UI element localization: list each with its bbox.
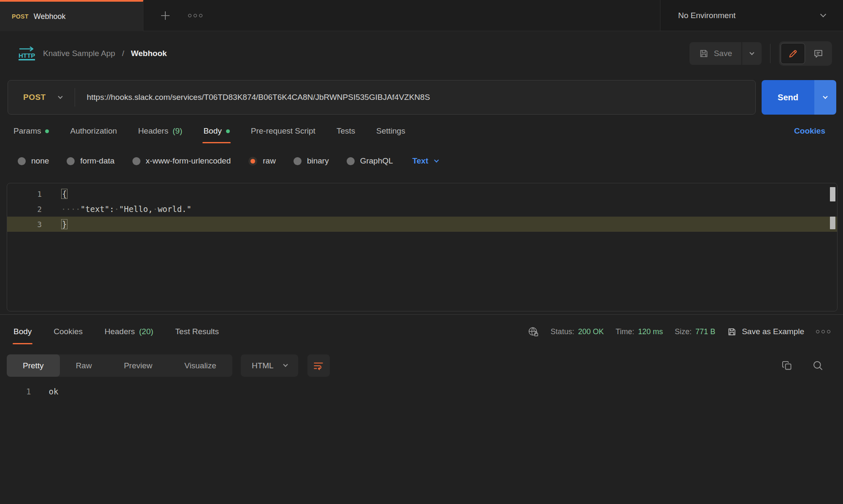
tab-tests[interactable]: Tests <box>336 115 356 147</box>
response-tab-test-results[interactable]: Test Results <box>175 315 220 349</box>
edit-mode-button[interactable] <box>781 43 805 64</box>
cookies-link[interactable]: Cookies <box>794 126 825 136</box>
search-response-button[interactable] <box>812 360 824 371</box>
tab-label: Tests <box>337 126 355 136</box>
body-type-form-data[interactable]: form-data <box>67 156 114 166</box>
save-as-example-label: Save as Example <box>742 327 804 336</box>
new-tab-button[interactable] <box>160 11 170 21</box>
breadcrumb-row: HTTP Knative Sample App / Webhook Save <box>0 31 843 76</box>
view-preview[interactable]: Preview <box>108 354 169 377</box>
tab-authorization[interactable]: Authorization <box>69 115 118 147</box>
response-header: Body Cookies Headers (20) Test Results S… <box>0 315 843 349</box>
environment-selector[interactable]: No Environment <box>660 0 843 31</box>
chevron-down-icon <box>434 158 439 162</box>
tab-settings[interactable]: Settings <box>375 115 406 147</box>
tab-title: Webhook <box>34 12 66 21</box>
breadcrumb-separator: / <box>122 49 124 58</box>
radio-icon <box>294 157 302 165</box>
tab-label: Body <box>203 126 221 136</box>
divider <box>770 44 770 63</box>
tab-label: Pre-request Script <box>251 126 315 136</box>
tab-params[interactable]: Params <box>13 115 50 147</box>
plus-icon <box>160 11 170 21</box>
time-indicator: Time: 120 ms <box>616 327 663 336</box>
wrap-lines-button[interactable] <box>307 354 330 377</box>
tab-options-button[interactable] <box>188 14 202 17</box>
editor-scrollbar-thumb[interactable] <box>830 187 835 201</box>
body-type-graphql[interactable]: GraphQL <box>347 156 393 166</box>
tab-headers[interactable]: Headers (9) <box>137 115 183 147</box>
edit-mode-toggle <box>779 41 832 66</box>
raw-language-label: Text <box>412 156 428 166</box>
tab-body[interactable]: Body <box>202 115 230 147</box>
body-type-none[interactable]: none <box>18 156 49 166</box>
body-type-raw[interactable]: raw <box>248 156 276 166</box>
save-button-label: Save <box>714 49 732 58</box>
code-text: ····"text":·"Hello,·world." <box>42 204 191 214</box>
chevron-down-icon <box>820 11 826 17</box>
view-pretty[interactable]: Pretty <box>7 354 60 377</box>
code-text: } <box>42 220 67 229</box>
tab-pre-request-script[interactable]: Pre-request Script <box>250 115 316 147</box>
response-options-button[interactable] <box>816 330 830 333</box>
tab-label: Test Results <box>175 327 219 336</box>
time-label: Time: <box>616 327 634 336</box>
response-tab-headers[interactable]: Headers (20) <box>104 315 154 349</box>
tab-label: Settings <box>376 126 405 136</box>
comments-button[interactable] <box>806 43 830 64</box>
size-label: Size: <box>675 327 692 336</box>
line-number[interactable]: 2 <box>7 205 42 214</box>
response-line-number: 1 <box>26 387 31 396</box>
body-type-urlencoded[interactable]: x-www-form-urlencoded <box>132 156 231 166</box>
breadcrumb-collection[interactable]: Knative Sample App <box>43 49 115 58</box>
radio-icon <box>132 157 140 165</box>
code-text: { <box>42 189 67 198</box>
response-language-selector[interactable]: HTML <box>241 354 298 377</box>
response-tab-body[interactable]: Body <box>13 315 32 349</box>
network-info-icon[interactable] <box>528 326 539 338</box>
send-options-button[interactable] <box>814 80 836 115</box>
chevron-down-icon <box>823 94 827 99</box>
http-request-icon: HTTP <box>17 46 36 61</box>
save-as-example-button[interactable]: Save as Example <box>727 327 804 337</box>
status-label: Status: <box>551 327 574 336</box>
request-tab[interactable]: POST Webhook <box>0 0 143 31</box>
line-number[interactable]: 3 <box>7 220 42 229</box>
breadcrumb-request-name[interactable]: Webhook <box>131 49 167 58</box>
save-options-button[interactable] <box>742 42 762 65</box>
bracket-highlight: } <box>61 219 67 229</box>
radio-icon <box>18 157 26 165</box>
url-input[interactable] <box>75 93 755 102</box>
send-button[interactable]: Send <box>762 80 814 115</box>
radio-icon <box>67 157 75 165</box>
send-button-group: Send <box>762 80 836 115</box>
body-type-label: GraphQL <box>360 156 393 166</box>
response-language-label: HTML <box>252 361 274 370</box>
editor-line[interactable]: 1 { <box>7 186 837 201</box>
response-toolbar: Pretty Raw Preview Visualize HTML <box>0 354 843 377</box>
method-selector[interactable]: POST <box>8 80 75 114</box>
raw-language-selector[interactable]: Text <box>412 156 439 166</box>
body-type-binary[interactable]: binary <box>294 156 329 166</box>
pencil-icon <box>788 48 798 59</box>
editor-line[interactable]: 2 ····"text":·"Hello,·world." <box>7 201 837 217</box>
view-raw[interactable]: Raw <box>60 354 108 377</box>
request-tabs: Params Authorization Headers (9) Body Pr… <box>0 115 843 147</box>
size-value: 771 B <box>695 327 715 336</box>
tab-method-label: POST <box>12 13 29 20</box>
response-tab-cookies[interactable]: Cookies <box>53 315 83 349</box>
response-body[interactable]: 1 ok <box>0 387 843 396</box>
response-tools-right <box>781 360 836 371</box>
line-number[interactable]: 1 <box>7 190 42 198</box>
tab-label: Cookies <box>54 327 83 336</box>
view-visualize[interactable]: Visualize <box>168 354 232 377</box>
chevron-down-icon <box>58 94 62 99</box>
save-button[interactable]: Save <box>689 42 741 65</box>
tab-label: Body <box>13 327 32 336</box>
request-body-editor[interactable]: 1 { 2 ····"text":·"Hello,·world." 3 } <box>7 183 838 311</box>
tab-bar: POST Webhook No Environment <box>0 0 843 31</box>
editor-line-active[interactable]: 3 } <box>7 217 837 232</box>
copy-response-button[interactable] <box>781 360 793 371</box>
tab-label: Headers <box>138 126 168 136</box>
editor-scrollbar-mark[interactable] <box>830 217 835 229</box>
